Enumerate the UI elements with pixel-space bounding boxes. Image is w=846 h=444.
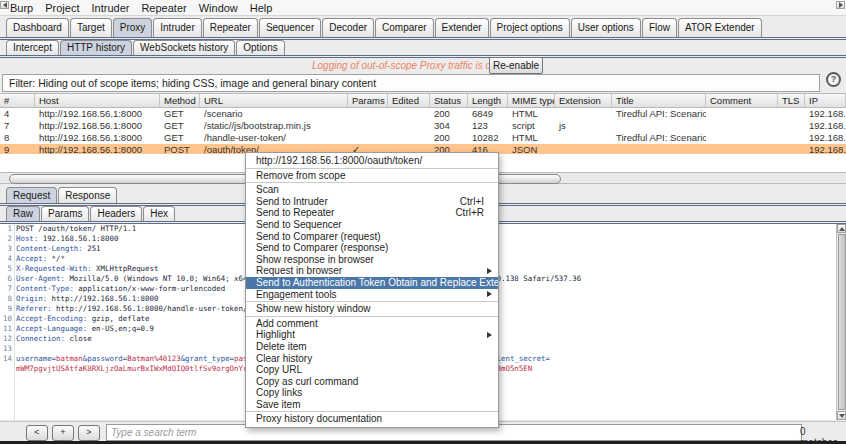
cell-edited [388, 108, 430, 120]
scroll-down-arrow-icon[interactable] [837, 411, 846, 420]
menu-item-delete-item[interactable]: Delete item [246, 341, 498, 353]
cell-edited [388, 132, 430, 144]
msgtab-response[interactable]: Response [58, 187, 117, 203]
menubar-item-burp[interactable]: Burp [4, 2, 39, 14]
column-header-[interactable]: # [0, 94, 35, 107]
add-search-button[interactable]: + [52, 425, 74, 441]
table-row[interactable]: 7http://192.168.56.1:8000GET/static//js/… [0, 120, 846, 132]
menu-item-remove-from-scope[interactable]: Remove from scope [246, 170, 498, 182]
tab-ator-extender[interactable]: ATOR Extender [678, 18, 762, 37]
fmttab-params[interactable]: Params [41, 206, 89, 221]
menubar-item-help[interactable]: Help [244, 2, 279, 14]
menu-item-clear-history[interactable]: Clear history [246, 353, 498, 365]
column-header-params[interactable]: Params [348, 94, 388, 107]
menu-item-engagement-tools[interactable]: Engagement tools [246, 289, 498, 301]
cell-tls [778, 108, 805, 120]
tab-target[interactable]: Target [70, 18, 112, 37]
cell-mime: HTML [508, 132, 555, 144]
menu-item-highlight[interactable]: Highlight [246, 329, 498, 341]
column-header-status[interactable]: Status [430, 94, 468, 107]
column-header-tls[interactable]: TLS [778, 94, 805, 107]
menu-item-send-to-authentication-token-obtain-and-replace-extender[interactable]: Send to Authentication Token Obtain and … [246, 277, 498, 289]
fmttab-raw[interactable]: Raw [6, 206, 40, 221]
menubar-item-window[interactable]: Window [193, 2, 244, 14]
msgtab-request[interactable]: Request [6, 187, 57, 203]
tab-intruder[interactable]: Intruder [153, 18, 201, 37]
menu-item-send-to-repeater[interactable]: Send to RepeaterCtrl+R [246, 207, 498, 219]
cell-url: /handle-user-token/ [200, 132, 348, 144]
subtab-options[interactable]: Options [236, 40, 284, 55]
cell-edited [388, 120, 430, 132]
menu-item-send-to-comparer-request[interactable]: Send to Comparer (request) [246, 231, 498, 243]
column-header-extension[interactable]: Extension [555, 94, 612, 107]
fmttab-headers[interactable]: Headers [90, 206, 142, 221]
menu-item-request-in-browser[interactable]: Request in browser [246, 265, 498, 277]
scrollbar-thumb[interactable] [838, 234, 846, 410]
menu-item-show-response-in-browser[interactable]: Show response in browser [246, 254, 498, 266]
line-number: 13 [0, 344, 12, 354]
next-match-button[interactable]: > [78, 425, 100, 441]
menu-item-copy-links[interactable]: Copy links [246, 387, 498, 399]
cell-num: 8 [0, 132, 35, 144]
column-header-length[interactable]: Length [468, 94, 508, 107]
tab-user-options[interactable]: User options [571, 18, 641, 37]
menu-item-save-item[interactable]: Save item [246, 399, 498, 411]
line-number: 1 [0, 224, 12, 234]
menubar-item-repeater[interactable]: Repeater [135, 2, 192, 14]
subtab-websockets-history[interactable]: WebSockets history [133, 40, 235, 55]
tab-project-options[interactable]: Project options [490, 18, 570, 37]
subtab-http-history[interactable]: HTTP history [60, 40, 132, 55]
subtab-intercept[interactable]: Intercept [6, 40, 59, 55]
tab-sequencer[interactable]: Sequencer [259, 18, 321, 37]
table-row[interactable]: 4http://192.168.56.1:8000GET/scenario200… [0, 108, 846, 120]
line-number: 11 [0, 324, 12, 334]
line-number: 4 [0, 254, 12, 264]
help-icon[interactable]: ? [826, 72, 841, 87]
menu-item-send-to-comparer-response[interactable]: Send to Comparer (response) [246, 242, 498, 254]
tab-dashboard[interactable]: Dashboard [6, 18, 69, 37]
fmttab-hex[interactable]: Hex [143, 206, 175, 221]
editor-vertical-scrollbar[interactable] [836, 224, 846, 420]
re-enable-button[interactable]: Re-enable [489, 57, 543, 74]
tab-proxy[interactable]: Proxy [113, 18, 153, 37]
cell-ext [555, 132, 612, 144]
column-header-comment[interactable]: Comment [706, 94, 778, 107]
table-row[interactable]: 8http://192.168.56.1:8000GET/handle-user… [0, 132, 846, 144]
tab-extender[interactable]: Extender [435, 18, 489, 37]
cell-status: 200 [430, 108, 468, 120]
line-number: 6 [0, 274, 12, 284]
line-number: 9 [0, 304, 12, 314]
cell-ip: 192.168.5 [805, 108, 846, 120]
scroll-up-arrow-icon[interactable] [837, 224, 846, 233]
menu-item-scan[interactable]: Scan [246, 184, 498, 196]
column-header-title[interactable]: Title [612, 94, 706, 107]
cell-comment [706, 120, 778, 132]
menu-bar: BurpProjectIntruderRepeaterWindowHelp [0, 0, 846, 16]
menu-item-add-comment[interactable]: Add comment [246, 318, 498, 330]
menubar-item-project[interactable]: Project [39, 2, 85, 14]
column-header-ip[interactable]: IP [805, 94, 846, 107]
menu-item-copy-as-curl-command[interactable]: Copy as curl command [246, 376, 498, 388]
menu-item-http-192-168-56-1-8000-oauth-token[interactable]: http://192.168.56.1:8000/oauth/token/ [246, 155, 498, 167]
scroll-right-arrow-icon[interactable] [836, 1, 845, 9]
tab-repeater[interactable]: Repeater [203, 18, 258, 37]
scroll-left-arrow-icon[interactable] [0, 1, 9, 9]
menu-item-proxy-history-documentation[interactable]: Proxy history documentation [246, 413, 498, 425]
column-header-method[interactable]: Method [160, 94, 200, 107]
tab-comparer[interactable]: Comparer [375, 18, 433, 37]
menu-item-send-to-sequencer[interactable]: Send to Sequencer [246, 219, 498, 231]
column-header-host[interactable]: Host [35, 94, 160, 107]
cell-title: Tiredful API: Scenarios [612, 132, 706, 144]
menubar-item-intruder[interactable]: Intruder [86, 2, 136, 14]
tab-decoder[interactable]: Decoder [322, 18, 374, 37]
proxy-history-filter-bar[interactable]: Filter: Hiding out of scope items; hidin… [2, 74, 820, 92]
menu-item-send-to-intruder[interactable]: Send to IntruderCtrl+I [246, 196, 498, 208]
column-header-mime-type[interactable]: MIME type [508, 94, 555, 107]
tab-flow[interactable]: Flow [642, 18, 677, 37]
menu-item-copy-url[interactable]: Copy URL [246, 364, 498, 376]
table-header-row: #HostMethodURLParamsEditedStatusLengthMI… [0, 93, 846, 108]
column-header-url[interactable]: URL [200, 94, 348, 107]
prev-match-button[interactable]: < [26, 425, 48, 441]
column-header-edited[interactable]: Edited [388, 94, 430, 107]
menu-item-show-new-history-window[interactable]: Show new history window [246, 303, 498, 315]
